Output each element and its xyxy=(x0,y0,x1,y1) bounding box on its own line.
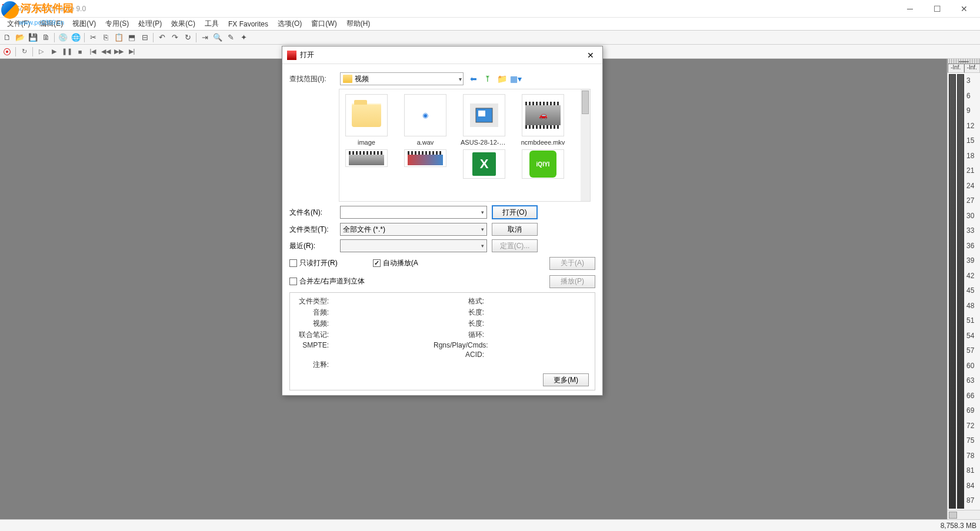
filetype-combo[interactable]: 全部文件 (*.*)▾ xyxy=(340,223,487,236)
lookin-combo[interactable]: 视频 ▾ xyxy=(340,72,464,85)
nav-view-icon[interactable]: ▦▾ xyxy=(511,74,521,84)
app-icon xyxy=(2,4,12,14)
play-button[interactable]: 播放(P) xyxy=(549,275,595,288)
about-button[interactable]: 关于(A) xyxy=(549,257,595,270)
menu-window[interactable]: 窗口(W) xyxy=(306,18,341,30)
play-icon[interactable]: ▷ xyxy=(35,46,47,58)
dialog-title: 打开 xyxy=(300,50,584,60)
file-item-iqiyi[interactable]: iQIYI xyxy=(521,149,565,179)
fx-icon[interactable]: ✦ xyxy=(238,32,249,44)
meter-tick: 36 xyxy=(966,242,974,250)
titlebar: Sony Sound Forge 9.0 ─ ☐ ✕ xyxy=(0,0,980,18)
meter-tick: 42 xyxy=(966,272,974,280)
meter-tick: 60 xyxy=(966,362,974,370)
open-button[interactable]: 打开(O) xyxy=(492,205,538,219)
undo-icon[interactable]: ↶ xyxy=(156,32,168,44)
copy-icon[interactable]: ⎘ xyxy=(100,32,112,44)
forward-icon[interactable]: ▶▶ xyxy=(113,46,125,58)
redo-icon[interactable]: ↷ xyxy=(169,32,181,44)
saveas-icon[interactable]: 🗎 xyxy=(40,32,52,44)
play-all-icon[interactable]: ▶ xyxy=(48,46,60,58)
maximize-button[interactable]: ☐ xyxy=(924,0,951,18)
menu-special[interactable]: 专用(S) xyxy=(101,18,134,30)
dialog-close-button[interactable]: ✕ xyxy=(584,48,598,62)
file-info-panel: 文件类型: 格式: 音频: 长度: 视频: 长度: 联合笔记: 循环: SMPT… xyxy=(289,292,595,390)
close-button[interactable]: ✕ xyxy=(951,0,978,18)
menu-tools[interactable]: 工具 xyxy=(200,18,224,30)
nav-up-icon[interactable]: ⤒ xyxy=(482,74,493,84)
window-title: Sony Sound Forge 9.0 xyxy=(15,5,896,13)
nav-newfolder-icon[interactable]: 📁 xyxy=(496,74,507,84)
save-icon[interactable]: 💾 xyxy=(27,32,39,44)
meter-tick: 21 xyxy=(966,166,974,175)
filename-input[interactable]: ▾ xyxy=(340,206,487,219)
cd-icon[interactable]: 💿 xyxy=(57,32,69,44)
file-item-mkv[interactable]: 🚗 ncmbdeee.mkv xyxy=(521,94,565,146)
more-button[interactable]: 更多(M) xyxy=(543,373,589,386)
zoom-icon[interactable]: 🔍 xyxy=(212,32,224,44)
file-item-video[interactable] xyxy=(344,149,389,179)
meter-tick: 6 xyxy=(966,92,971,100)
meter-tick: 66 xyxy=(966,392,974,400)
menu-effects[interactable]: 效果(C) xyxy=(166,18,200,30)
lookin-value: 视频 xyxy=(355,74,369,84)
meter-hscroll[interactable] xyxy=(948,510,980,519)
file-scrollbar[interactable] xyxy=(581,89,590,201)
merge-checkbox[interactable] xyxy=(289,278,297,285)
pause-icon[interactable]: ❚❚ xyxy=(61,46,73,58)
menu-help[interactable]: 帮助(H) xyxy=(342,18,375,30)
wmv-icon xyxy=(470,103,498,127)
video-icon xyxy=(408,151,443,165)
meter-tick: 15 xyxy=(966,136,974,145)
nav-back-icon[interactable]: ⬅ xyxy=(468,74,479,84)
menu-view[interactable]: 视图(V) xyxy=(68,18,101,30)
meter-tick: 72 xyxy=(966,422,974,430)
meter-tick: 24 xyxy=(966,182,974,190)
new-icon[interactable]: 🗋 xyxy=(1,32,13,44)
video-icon: 🚗 xyxy=(525,102,561,129)
menubar: 文件(F) 编辑(E) 视图(V) 专用(S) 处理(P) 效果(C) 工具 F… xyxy=(0,18,980,31)
record-icon[interactable]: ⦿ xyxy=(1,46,13,58)
loop-icon[interactable]: ↻ xyxy=(18,46,30,58)
meter-tick: 39 xyxy=(966,256,974,265)
readonly-checkbox[interactable] xyxy=(289,259,297,267)
autoplay-checkbox[interactable] xyxy=(373,259,381,267)
menu-process[interactable]: 处理(P) xyxy=(134,18,166,30)
meter-tick: 33 xyxy=(966,226,974,235)
paste-icon[interactable]: 📋 xyxy=(113,32,125,44)
recent-combo[interactable]: ▾ xyxy=(340,239,487,252)
file-item-folder[interactable]: image xyxy=(344,94,389,146)
rewind-icon[interactable]: ◀◀ xyxy=(100,46,112,58)
meter-tick: 48 xyxy=(966,302,974,310)
file-browser[interactable]: image ◉ a.wav ASUS-28-12-2... 🚗 ncmbdeee… xyxy=(339,89,591,202)
cut-icon[interactable]: ✂ xyxy=(87,32,99,44)
file-item-wav[interactable]: ◉ a.wav xyxy=(403,94,448,146)
cancel-button[interactable]: 取消 xyxy=(492,223,538,236)
marker-icon[interactable]: ⇥ xyxy=(199,32,211,44)
menu-options[interactable]: 选项(O) xyxy=(273,18,306,30)
goto-start-icon[interactable]: |◀ xyxy=(87,46,99,58)
stop-icon[interactable]: ■ xyxy=(74,46,86,58)
filetype-label: 文件类型(T): xyxy=(289,225,335,235)
meter-tick: 78 xyxy=(966,452,974,460)
dialog-icon xyxy=(287,51,296,60)
menu-fx-favorites[interactable]: FX Favorites xyxy=(224,19,273,29)
mix-icon[interactable]: ⬒ xyxy=(126,32,138,44)
lookin-label: 查找范围(I): xyxy=(289,74,335,84)
file-item-video[interactable] xyxy=(403,149,448,179)
tool-icon[interactable]: ✎ xyxy=(225,32,236,44)
level-meters: •••••• -Inf. -Inf. 369121518212427303336… xyxy=(947,59,980,519)
trim-icon[interactable]: ⊟ xyxy=(139,32,151,44)
goto-end-icon[interactable]: ▶| xyxy=(126,46,138,58)
menu-file[interactable]: 文件(F) xyxy=(2,18,35,30)
menu-edit[interactable]: 编辑(E) xyxy=(35,18,68,30)
custom-button[interactable]: 定置(C)... xyxy=(492,239,538,252)
minimize-button[interactable]: ─ xyxy=(896,0,924,18)
statusbar: 8,758.3 MB xyxy=(0,519,980,531)
file-item-xls[interactable]: X xyxy=(462,149,506,179)
file-item-wmv[interactable]: ASUS-28-12-2... xyxy=(462,94,506,146)
repeat-icon[interactable]: ↻ xyxy=(182,32,194,44)
web-icon[interactable]: 🌐 xyxy=(70,32,82,44)
open-icon[interactable]: 📂 xyxy=(14,32,26,44)
folder-icon xyxy=(343,75,352,83)
